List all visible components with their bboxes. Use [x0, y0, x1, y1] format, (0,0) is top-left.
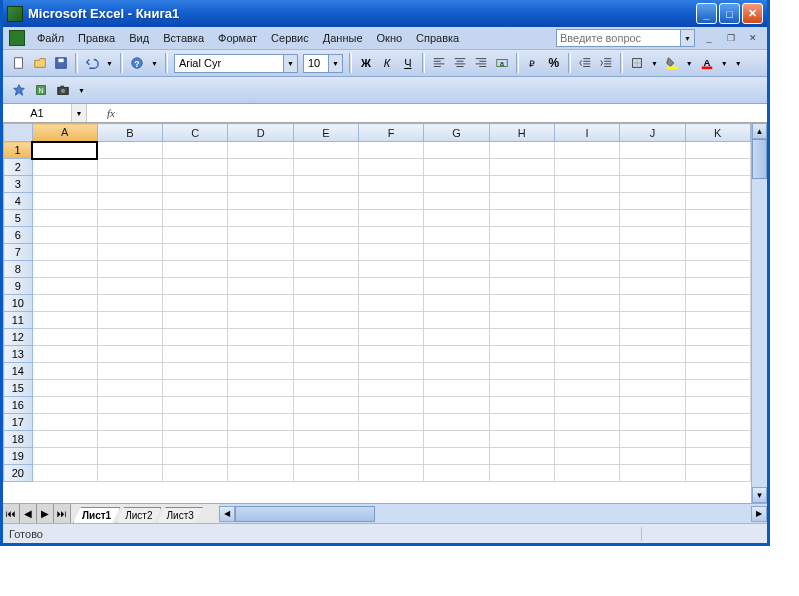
cell-A2[interactable] — [32, 159, 97, 176]
cell-A20[interactable] — [32, 465, 97, 482]
row-header-4[interactable]: 4 — [4, 193, 33, 210]
menu-view[interactable]: Вид — [123, 30, 155, 46]
cell-J9[interactable] — [620, 278, 685, 295]
cell-I2[interactable] — [554, 159, 619, 176]
cell-C18[interactable] — [163, 431, 228, 448]
cell-A15[interactable] — [32, 380, 97, 397]
cell-B8[interactable] — [97, 261, 162, 278]
decrease-indent-button[interactable] — [575, 53, 595, 73]
cell-G19[interactable] — [424, 448, 489, 465]
percent-button[interactable]: % — [544, 53, 564, 73]
cell-G16[interactable] — [424, 397, 489, 414]
cell-I14[interactable] — [554, 363, 619, 380]
cell-B3[interactable] — [97, 176, 162, 193]
cell-I7[interactable] — [554, 244, 619, 261]
col-header-J[interactable]: J — [620, 124, 685, 142]
cell-C16[interactable] — [163, 397, 228, 414]
cell-J2[interactable] — [620, 159, 685, 176]
cell-J17[interactable] — [620, 414, 685, 431]
cell-G20[interactable] — [424, 465, 489, 482]
cell-A10[interactable] — [32, 295, 97, 312]
cell-F2[interactable] — [359, 159, 424, 176]
cell-C1[interactable] — [163, 142, 228, 159]
cell-B4[interactable] — [97, 193, 162, 210]
cell-F19[interactable] — [359, 448, 424, 465]
cell-E11[interactable] — [293, 312, 358, 329]
font-size-input[interactable] — [303, 54, 329, 73]
workbook-icon[interactable] — [9, 30, 25, 46]
cell-I4[interactable] — [554, 193, 619, 210]
cell-F4[interactable] — [359, 193, 424, 210]
cell-E8[interactable] — [293, 261, 358, 278]
cell-C15[interactable] — [163, 380, 228, 397]
cell-D11[interactable] — [228, 312, 293, 329]
row-header-13[interactable]: 13 — [4, 346, 33, 363]
cell-H3[interactable] — [489, 176, 554, 193]
font-name-input[interactable] — [174, 54, 284, 73]
italic-button[interactable]: К — [377, 53, 397, 73]
cell-K7[interactable] — [685, 244, 750, 261]
cell-E10[interactable] — [293, 295, 358, 312]
cell-B18[interactable] — [97, 431, 162, 448]
cell-I10[interactable] — [554, 295, 619, 312]
row-header-11[interactable]: 11 — [4, 312, 33, 329]
cell-C2[interactable] — [163, 159, 228, 176]
col-header-D[interactable]: D — [228, 124, 293, 142]
merge-center-button[interactable]: a — [492, 53, 512, 73]
cell-G1[interactable] — [424, 142, 489, 159]
align-left-button[interactable] — [429, 53, 449, 73]
cell-G10[interactable] — [424, 295, 489, 312]
doc-close-button[interactable]: ✕ — [745, 31, 761, 45]
cell-A19[interactable] — [32, 448, 97, 465]
cell-C13[interactable] — [163, 346, 228, 363]
cell-A17[interactable] — [32, 414, 97, 431]
row-header-2[interactable]: 2 — [4, 159, 33, 176]
doc-minimize-button[interactable]: _ — [701, 31, 717, 45]
cell-F15[interactable] — [359, 380, 424, 397]
col-header-A[interactable]: A — [32, 124, 97, 142]
cell-J11[interactable] — [620, 312, 685, 329]
cell-K15[interactable] — [685, 380, 750, 397]
cell-F13[interactable] — [359, 346, 424, 363]
cell-F5[interactable] — [359, 210, 424, 227]
format-toolbar-options[interactable]: ▼ — [732, 53, 745, 73]
fx-icon[interactable]: fx — [87, 107, 125, 119]
cell-B1[interactable] — [97, 142, 162, 159]
vertical-scrollbar[interactable]: ▲ ▼ — [751, 123, 767, 503]
save-button[interactable] — [51, 53, 71, 73]
menu-file[interactable]: Файл — [31, 30, 70, 46]
row-header-17[interactable]: 17 — [4, 414, 33, 431]
col-header-B[interactable]: B — [97, 124, 162, 142]
cell-I12[interactable] — [554, 329, 619, 346]
cell-D15[interactable] — [228, 380, 293, 397]
cell-C5[interactable] — [163, 210, 228, 227]
cell-E13[interactable] — [293, 346, 358, 363]
cell-B7[interactable] — [97, 244, 162, 261]
cell-D2[interactable] — [228, 159, 293, 176]
cell-D14[interactable] — [228, 363, 293, 380]
cell-A9[interactable] — [32, 278, 97, 295]
cell-F12[interactable] — [359, 329, 424, 346]
cell-E7[interactable] — [293, 244, 358, 261]
cell-C7[interactable] — [163, 244, 228, 261]
cell-J12[interactable] — [620, 329, 685, 346]
cell-C17[interactable] — [163, 414, 228, 431]
cell-K17[interactable] — [685, 414, 750, 431]
tab-last-button[interactable]: ⏭ — [54, 504, 71, 523]
cell-K19[interactable] — [685, 448, 750, 465]
cell-H19[interactable] — [489, 448, 554, 465]
cell-G6[interactable] — [424, 227, 489, 244]
cell-H16[interactable] — [489, 397, 554, 414]
menu-edit[interactable]: Правка — [72, 30, 121, 46]
cell-G13[interactable] — [424, 346, 489, 363]
select-all-corner[interactable] — [4, 124, 33, 142]
cell-K1[interactable] — [685, 142, 750, 159]
cell-E2[interactable] — [293, 159, 358, 176]
cell-E17[interactable] — [293, 414, 358, 431]
scroll-up-button[interactable]: ▲ — [752, 123, 767, 139]
undo-button[interactable] — [82, 53, 102, 73]
cell-J18[interactable] — [620, 431, 685, 448]
vscroll-thumb[interactable] — [752, 139, 767, 179]
col-header-K[interactable]: K — [685, 124, 750, 142]
cell-K11[interactable] — [685, 312, 750, 329]
